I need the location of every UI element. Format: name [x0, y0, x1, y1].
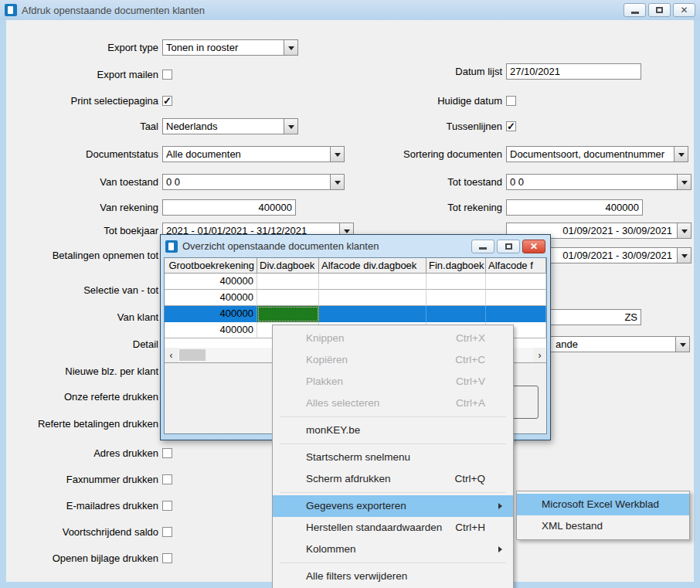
print-selectiepagina-checkbox[interactable] [162, 96, 172, 106]
label-tot-toestand: Tot toestand [340, 174, 502, 190]
menu-item-scherm-afdrukken[interactable]: Scherm afdrukkenCtrl+Q [273, 468, 513, 490]
column-header[interactable]: Alfacode f [486, 258, 546, 274]
openen-bijlage-drukken-checkbox[interactable] [162, 553, 172, 563]
label-tot-rekening: Tot rekening [340, 199, 502, 216]
label-detail: Detail [0, 336, 158, 352]
maximize-icon [656, 7, 663, 13]
menu-item-monkey-be[interactable]: monKEY.be [273, 420, 513, 441]
documentstatus-select[interactable]: Alle documenten [162, 146, 345, 162]
close-icon: ✕ [680, 5, 688, 15]
menu-item-herstellen-standaardwaarden[interactable]: Herstellen standaardwaardenCtrl+H [273, 517, 513, 539]
label-onze-referte-drukken: Onze referte drukken [0, 389, 158, 405]
column-header[interactable]: Grootboekrekening [165, 258, 257, 274]
van-toestand-select[interactable]: 0 0 [162, 174, 345, 190]
label-betalingen-opnemen-tot: Betalingen opnemen tot [0, 247, 158, 263]
tussenlijnen-checkbox[interactable] [506, 121, 516, 131]
table-row-selected[interactable]: 400000 [165, 306, 546, 322]
label-tussenlijnen: Tussenlijnen [340, 118, 502, 134]
taal-select[interactable]: Nederlands [162, 118, 298, 134]
adres-drukken-checkbox[interactable] [162, 448, 172, 458]
scroll-left-icon[interactable]: ‹ [165, 348, 178, 362]
label-voortschrijdend-saldo: Voortschrijdend saldo [0, 524, 158, 540]
label-van-rekening: Van rekening [0, 199, 158, 216]
menu-item-kopieren: KopiërenCtrl+C [273, 349, 513, 371]
context-menu: KnippenCtrl+X KopiërenCtrl+C PlakkenCtrl… [272, 325, 514, 588]
popup-maximize-button[interactable] [497, 240, 520, 253]
submenu-arrow-icon [498, 546, 505, 552]
table-row[interactable]: 400000 [165, 290, 546, 306]
label-van-klant: Van klant [0, 309, 158, 325]
label-huidige-datum: Huidige datum [340, 93, 502, 109]
menu-separator [280, 444, 506, 444]
close-icon: ✕ [530, 242, 538, 251]
menu-item-kolommen[interactable]: Kolommen [273, 539, 513, 560]
table-header-row: Grootboekrekening Div.dagboek Alfacode d… [165, 258, 546, 274]
datum-lijst-input[interactable]: 27/10/2021 [506, 63, 641, 80]
menu-item-knippen: KnippenCtrl+X [273, 328, 513, 349]
chevron-down-icon[interactable] [677, 223, 691, 238]
popup-minimize-button[interactable] [471, 240, 494, 253]
minimize-button[interactable] [624, 3, 646, 17]
menu-item-startscherm-snelmenu[interactable]: Startscherm snelmenu [273, 447, 513, 468]
export-mailen-checkbox[interactable] [162, 70, 172, 80]
chevron-down-icon[interactable] [284, 40, 297, 55]
menu-item-alles-selecteren: Alles selecterenCtrl+A [273, 393, 513, 414]
submenu-item-xml[interactable]: XML bestand [517, 515, 689, 537]
label-van-toestand: Van toestand [0, 174, 158, 190]
maximize-icon [505, 243, 512, 250]
export-type-select[interactable]: Tonen in rooster [162, 39, 298, 56]
minimize-icon [479, 247, 487, 250]
label-selectie-van-tot: Selectie van - tot [0, 282, 158, 298]
chevron-down-icon[interactable] [677, 248, 691, 263]
scrollbar-thumb[interactable] [179, 349, 206, 361]
close-button[interactable]: ✕ [673, 3, 695, 17]
popup-titlebar[interactable]: Overzicht openstaande documenten klanten… [164, 235, 547, 257]
tot-toestand-select[interactable]: 0 0 [506, 174, 692, 190]
label-export-mailen: Export mailen [0, 66, 158, 83]
faxnummer-drukken-checkbox[interactable] [162, 474, 172, 484]
chevron-down-icon[interactable] [677, 175, 691, 189]
menu-separator [280, 492, 506, 493]
main-window-titlebar[interactable]: Afdruk openstaande documenten klanten ✕ [0, 0, 700, 20]
label-print-selectiepagina: Print selectiepagina [0, 93, 158, 109]
menu-separator [280, 563, 506, 563]
popup-title: Overzicht openstaande documenten klanten [182, 240, 379, 252]
maximize-button[interactable] [648, 3, 671, 17]
document-icon [165, 240, 178, 253]
sortering-documenten-select[interactable]: Documentsoort, documentnummer [506, 146, 688, 162]
menu-item-plakken: PlakkenCtrl+V [273, 371, 513, 393]
label-adres-drukken: Adres drukken [0, 445, 158, 461]
focused-cell[interactable] [257, 306, 319, 322]
label-taal: Taal [0, 118, 158, 134]
label-datum-lijst: Datum lijst [340, 63, 502, 80]
scroll-right-icon[interactable]: › [533, 348, 546, 362]
chevron-down-icon[interactable] [674, 147, 688, 161]
submenu-item-excel[interactable]: Microsoft Excel Werkblad [517, 494, 689, 515]
label-openen-bijlage-drukken: Openen bijlage drukken [0, 550, 158, 566]
tot-rekening-input[interactable]: 400000 [506, 199, 643, 216]
menu-item-alle-filters-verwijderen[interactable]: Alle filters verwijderen [273, 566, 513, 587]
emailadres-drukken-checkbox[interactable] [162, 501, 172, 511]
popup-close-button[interactable]: ✕ [522, 240, 545, 253]
minimize-icon [631, 12, 639, 14]
menu-separator [280, 416, 506, 417]
column-header[interactable]: Div.dagboek [257, 258, 319, 274]
voortschrijdend-saldo-checkbox[interactable] [162, 527, 172, 537]
screen: Afdruk openstaande documenten klanten ✕ … [0, 0, 700, 588]
column-header[interactable]: Alfacode div.dagboek [319, 258, 426, 274]
huidige-datum-checkbox[interactable] [506, 96, 516, 106]
menu-item-gegevens-exporteren[interactable]: Gegevens exporteren [273, 495, 513, 517]
document-icon [5, 4, 17, 16]
chevron-down-icon[interactable] [675, 337, 689, 352]
label-sortering-documenten: Sortering documenten [340, 146, 502, 162]
table-row[interactable]: 400000 [165, 274, 546, 290]
column-header[interactable]: Fin.dagboek [426, 258, 486, 274]
label-nieuwe-blz-per-klant: Nieuwe blz. per klant [0, 363, 158, 379]
chevron-down-icon[interactable] [284, 119, 297, 134]
label-emailadres-drukken: E-mailadres drukken [0, 498, 158, 514]
van-rekening-input[interactable]: 400000 [162, 199, 296, 216]
label-faxnummer-drukken: Faxnummer drukken [0, 471, 158, 488]
main-window-title: Afdruk openstaande documenten klanten [22, 5, 205, 16]
label-export-type: Export type [0, 39, 158, 56]
submenu-arrow-icon [498, 503, 505, 509]
